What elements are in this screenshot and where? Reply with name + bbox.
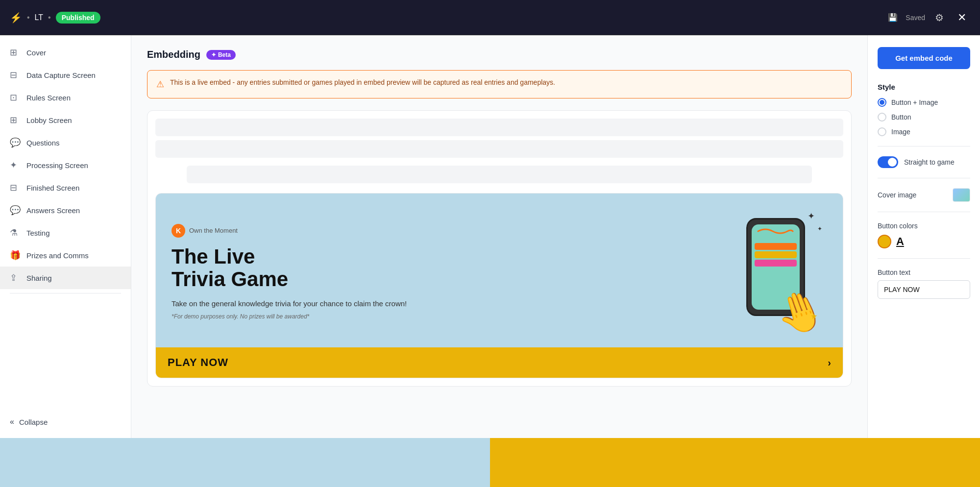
right-divider-1	[878, 146, 970, 146]
embed-card: K Own the Moment The Live Trivia Game Ta…	[155, 193, 843, 378]
sidebar-item-answers-label: Answers Screen	[26, 206, 80, 215]
settings-icon-button[interactable]: ⚙	[933, 10, 946, 25]
sparkle-icon-3: ★	[810, 312, 817, 321]
embed-brand: K Own the Moment	[172, 224, 713, 238]
sharing-icon: ⇪	[10, 272, 21, 283]
sidebar-item-rules-label: Rules Screen	[26, 94, 71, 102]
answers-icon: 💬	[10, 205, 21, 216]
close-button[interactable]: ✕	[954, 9, 970, 26]
style-option-image[interactable]: Image	[878, 127, 970, 136]
sidebar-item-finished[interactable]: ⊟ Finished Screen	[0, 176, 131, 199]
preview-bar-2	[155, 140, 843, 158]
radio-image[interactable]	[878, 127, 886, 136]
header-title: LT	[35, 13, 43, 22]
sidebar: ⊞ Cover ⊟ Data Capture Screen ⊡ Rules Sc…	[0, 35, 131, 438]
beta-icon: ✦	[211, 51, 216, 58]
brand-logo: K	[172, 224, 185, 238]
straight-to-game-toggle[interactable]	[878, 156, 898, 168]
warning-box: ⚠ This is a live embed - any entries sub…	[147, 70, 852, 98]
phone-bar-1	[755, 243, 797, 250]
sidebar-item-data-capture[interactable]: ⊟ Data Capture Screen	[0, 64, 131, 86]
sidebar-item-lobby[interactable]: ⊞ Lobby Screen	[0, 109, 131, 131]
game-description: Take on the general knowledge trivia for…	[172, 298, 713, 310]
saved-text: Saved	[906, 14, 925, 22]
button-text-section: Button text	[878, 268, 970, 299]
embed-card-body: K Own the Moment The Live Trivia Game Ta…	[156, 194, 843, 347]
cover-image-label: Cover image	[878, 191, 916, 199]
data-capture-icon: ⊟	[10, 70, 21, 80]
phone-squiggle	[756, 226, 795, 236]
embed-card-text: K Own the Moment The Live Trivia Game Ta…	[172, 224, 713, 320]
style-section-title: Style	[878, 83, 970, 91]
beta-label: Beta	[218, 51, 231, 58]
sparkle-icon-2: ✦	[817, 225, 822, 232]
style-button-image-label: Button + Image	[891, 98, 938, 106]
collapse-chevron-icon: «	[10, 417, 14, 426]
right-divider-2	[878, 178, 970, 178]
sidebar-item-questions-label: Questions	[26, 139, 60, 147]
get-embed-code-button[interactable]: Get embed code	[878, 47, 970, 69]
button-text-input[interactable]	[878, 280, 970, 299]
sidebar-collapse-button[interactable]: « Collapse	[0, 412, 131, 432]
button-colors-label: Button colors	[878, 222, 970, 230]
sidebar-item-sharing-label: Sharing	[26, 274, 52, 282]
finished-icon: ⊟	[10, 182, 21, 193]
sidebar-item-testing[interactable]: ⚗ Testing	[0, 221, 131, 244]
modal-header: ⚡ • LT • Published 💾 Saved ⚙ ✕	[0, 0, 980, 35]
sidebar-item-questions[interactable]: 💬 Questions	[0, 131, 131, 154]
cover-image-thumbnail[interactable]	[953, 188, 970, 202]
sidebar-item-sharing[interactable]: ⇪ Sharing	[0, 267, 131, 289]
demo-note: *For demo purposes only. No prizes will …	[172, 313, 713, 320]
sidebar-item-data-capture-label: Data Capture Screen	[26, 71, 96, 79]
sidebar-item-lobby-label: Lobby Screen	[26, 116, 72, 124]
warning-icon: ⚠	[156, 78, 164, 91]
sidebar-item-finished-label: Finished Screen	[26, 184, 79, 192]
phone-illustration: 🤚 ✦ ✦ ★	[732, 208, 825, 336]
radio-button[interactable]	[878, 113, 886, 122]
game-title: The Live Trivia Game	[172, 245, 713, 291]
radio-inner	[880, 100, 884, 105]
bottom-strip-right	[490, 438, 980, 487]
header-dot-2: •	[48, 13, 51, 22]
cover-icon: ⊞	[10, 47, 21, 58]
sidebar-item-testing-label: Testing	[26, 229, 50, 237]
main-content: Embedding ✦ Beta ⚠ This is a live embed …	[131, 35, 867, 438]
save-icon: 💾	[888, 13, 898, 22]
sidebar-item-prizes-label: Prizes and Comms	[26, 251, 89, 260]
toggle-thumb	[888, 158, 897, 167]
embed-preview-area: K Own the Moment The Live Trivia Game Ta…	[147, 110, 852, 387]
color-swatch-yellow[interactable]	[878, 235, 891, 248]
embed-card-image: 🤚 ✦ ✦ ★	[729, 208, 827, 336]
button-text-label: Button text	[878, 268, 970, 276]
sidebar-item-processing-label: Processing Screen	[26, 161, 88, 170]
embed-play-button[interactable]: PLAY NOW ›	[156, 347, 843, 378]
modal-body: ⊞ Cover ⊟ Data Capture Screen ⊡ Rules Sc…	[0, 35, 980, 438]
published-badge: Published	[56, 12, 100, 24]
sidebar-item-cover[interactable]: ⊞ Cover	[0, 41, 131, 64]
prizes-icon: 🎁	[10, 250, 21, 261]
style-option-button[interactable]: Button	[878, 113, 970, 122]
sidebar-item-rules[interactable]: ⊡ Rules Screen	[0, 86, 131, 109]
button-colors-row: Button colors A	[878, 222, 970, 248]
radio-button-image[interactable]	[878, 98, 886, 107]
testing-icon: ⚗	[10, 227, 21, 238]
sidebar-divider	[10, 293, 121, 293]
section-header: Embedding ✦ Beta	[147, 49, 852, 60]
warning-text: This is a live embed - any entries submi…	[170, 77, 555, 88]
game-title-line1: The Live	[172, 245, 713, 268]
sidebar-item-processing[interactable]: ✦ Processing Screen	[0, 154, 131, 176]
bottom-strip-left	[0, 438, 490, 487]
sidebar-item-answers[interactable]: 💬 Answers Screen	[0, 199, 131, 221]
questions-icon: 💬	[10, 137, 21, 148]
straight-to-game-row: Straight to game	[878, 156, 970, 168]
sidebar-item-prizes[interactable]: 🎁 Prizes and Comms	[0, 244, 131, 267]
preview-bar-3	[187, 166, 812, 183]
style-option-button-image[interactable]: Button + Image	[878, 98, 970, 107]
bolt-icon: ⚡	[10, 12, 22, 24]
header-separator: •	[27, 13, 30, 22]
brand-name: Own the Moment	[189, 227, 238, 234]
game-title-line2: Trivia Game	[172, 268, 713, 291]
color-swatch-text[interactable]: A	[896, 235, 904, 248]
play-now-text: PLAY NOW	[168, 356, 228, 369]
style-image-label: Image	[891, 128, 910, 136]
